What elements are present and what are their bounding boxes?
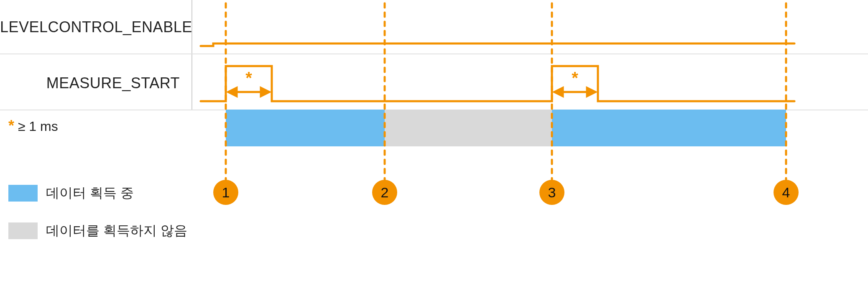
marker-3: 3 bbox=[539, 180, 564, 205]
legend-idle-label: 데이터를 획득하지 않음 bbox=[46, 222, 187, 240]
signal-label-level-enable: LEVELCONTROL_ENABLE bbox=[0, 18, 188, 36]
legend-idle: 데이터를 획득하지 않음 bbox=[8, 222, 187, 240]
timing-chart: * * 1 2 3 4 bbox=[192, 0, 861, 281]
pulse2-asterisk: * bbox=[572, 69, 578, 87]
pulse-anno-2: * bbox=[192, 0, 861, 281]
svg-marker-8 bbox=[554, 88, 563, 96]
legend-idle-swatch bbox=[8, 222, 38, 239]
legend-acquiring-swatch bbox=[8, 185, 38, 202]
marker-2: 2 bbox=[372, 180, 397, 205]
legend-acquiring: 데이터 획득 중 bbox=[8, 184, 134, 202]
legend-acquiring-label: 데이터 획득 중 bbox=[46, 184, 134, 202]
asterisk-icon: * bbox=[8, 117, 14, 134]
marker-1: 1 bbox=[213, 180, 238, 205]
marker-4: 4 bbox=[774, 180, 799, 205]
pulse-width-text: ≥ 1 ms bbox=[18, 119, 58, 134]
svg-marker-9 bbox=[587, 88, 595, 96]
pulse-width-note: * ≥ 1 ms bbox=[8, 117, 58, 135]
signal-label-measure-start: MEASURE_START bbox=[0, 74, 188, 92]
